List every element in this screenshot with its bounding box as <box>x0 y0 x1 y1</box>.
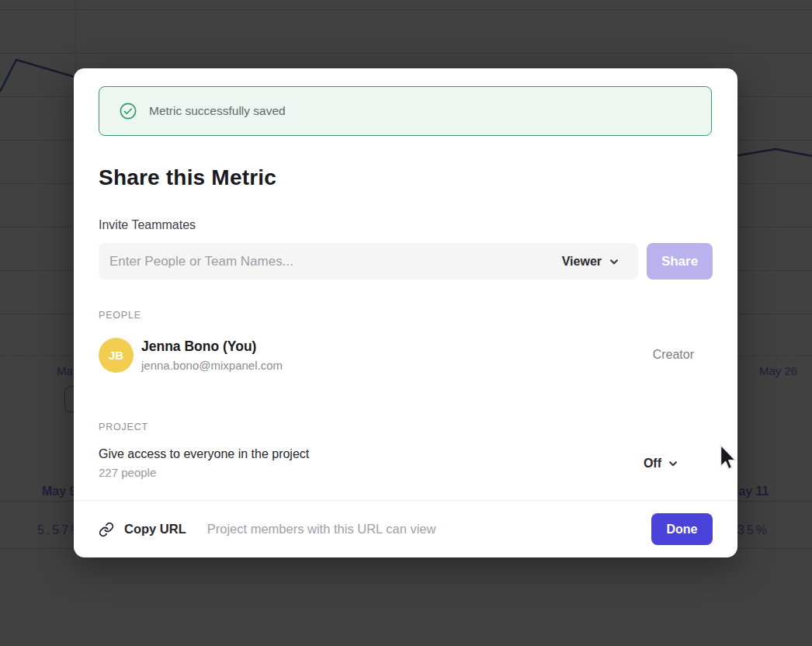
share-button[interactable]: Share <box>647 243 713 280</box>
project-access-value: Off <box>644 457 661 471</box>
project-access-subtitle: 227 people <box>99 466 644 479</box>
x-axis-label-right: May 26 <box>759 364 797 377</box>
chevron-down-icon <box>609 256 619 267</box>
footer-helper-text: Project members with this URL can view <box>207 522 651 537</box>
person-name: Jenna Bono (You) <box>141 339 653 355</box>
check-circle-icon <box>120 102 137 120</box>
person-meta: Jenna Bono (You) jenna.bono@mixpanel.com <box>141 339 653 372</box>
arrow-cursor-icon <box>719 444 737 472</box>
role-dropdown-value: Viewer <box>562 255 602 269</box>
success-banner: Metric successfully saved <box>99 86 712 136</box>
chevron-down-icon <box>668 458 678 469</box>
done-button[interactable]: Done <box>651 513 713 545</box>
invite-people-input[interactable] <box>109 254 557 269</box>
project-access-meta: Give access to everyone in the project 2… <box>99 447 644 479</box>
project-section-heading: PROJECT <box>99 422 148 432</box>
project-access-row: Give access to everyone in the project 2… <box>99 447 713 479</box>
avatar: JB <box>99 338 134 373</box>
dialog-footer: Copy URL Project members with this URL c… <box>74 501 737 557</box>
success-banner-message: Metric successfully saved <box>149 104 286 118</box>
dialog-title: Share this Metric <box>99 165 276 190</box>
table-value-cell: 35% <box>737 523 769 537</box>
person-email: jenna.bono@mixpanel.com <box>141 359 653 372</box>
role-dropdown[interactable]: Viewer <box>557 252 624 272</box>
share-metric-dialog: Metric successfully saved Share this Met… <box>74 68 737 557</box>
invite-teammates-label: Invite Teammates <box>99 218 196 232</box>
people-section-heading: PEOPLE <box>99 310 141 321</box>
person-role-label: Creator <box>653 348 694 362</box>
copy-url-button[interactable]: Copy URL <box>99 522 186 537</box>
link-icon <box>99 522 114 537</box>
person-row: JB Jenna Bono (You) jenna.bono@mixpanel.… <box>99 337 713 373</box>
invite-input-container: Viewer <box>99 243 638 280</box>
copy-url-label: Copy URL <box>124 522 186 537</box>
invite-row: Viewer Share <box>99 243 713 280</box>
table-date-cell: May 9 <box>42 484 76 498</box>
project-access-dropdown[interactable]: Off <box>644 457 678 471</box>
project-access-title: Give access to everyone in the project <box>99 447 644 461</box>
